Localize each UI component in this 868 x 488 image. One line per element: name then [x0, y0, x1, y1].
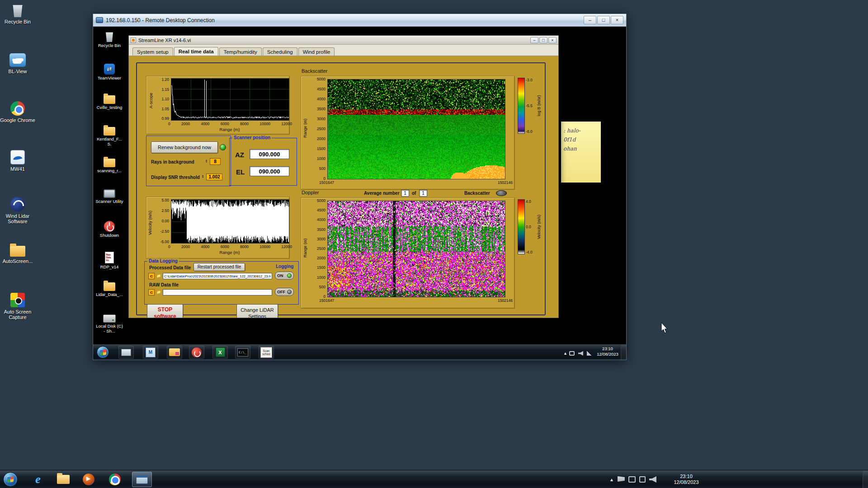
sticky-note[interactable]: : halo- 0f1d ohan: [561, 122, 601, 183]
restart-processed-file-button[interactable]: Restart processed file: [193, 263, 245, 271]
inner-icon-rdp-v14[interactable]: Raw Data loc RDP_v14: [95, 252, 123, 269]
network-icon[interactable]: [587, 351, 592, 356]
inner-taskbar-scan-sched[interactable]: Scan sched: [259, 346, 274, 359]
lv-minimize-button[interactable]: –: [530, 37, 538, 43]
change-lidar-settings-button[interactable]: Change LiDAR Settings: [236, 304, 278, 318]
wind-lidar-icon: [10, 197, 25, 211]
inner-taskbar-explorer[interactable]: [118, 346, 134, 359]
desktop-icon-autoscreen[interactable]: AutoScreen...: [0, 242, 37, 264]
start-button[interactable]: [3, 472, 18, 487]
raw-path-input[interactable]: [163, 289, 272, 296]
tab-system-setup[interactable]: System setup: [132, 47, 173, 56]
inner-taskbar-mw41[interactable]: M: [143, 346, 158, 359]
doppler-colorbar-ticks: 4.00.0-4.0: [526, 199, 537, 254]
taskbar-explorer[interactable]: [55, 472, 71, 487]
taskbar-chrome[interactable]: [107, 472, 123, 487]
rdp-maximize-button[interactable]: □: [597, 16, 610, 24]
rdp-close-button[interactable]: ×: [611, 16, 623, 24]
average-number-field[interactable]: 1: [401, 190, 409, 197]
tray-chevron-icon[interactable]: ▲: [609, 477, 614, 482]
labview-title-bar[interactable]: StreamLine XR v14-6.vi – □ ×: [129, 36, 558, 45]
desktop-icon-google-chrome[interactable]: Google Chrome: [0, 101, 37, 123]
teamviewer-icon: ⇄: [104, 64, 115, 75]
background-controls-group: Renew background now Rays in background …: [146, 136, 231, 186]
processed-path-input[interactable]: [163, 273, 272, 279]
display-icon[interactable]: [639, 476, 646, 483]
snr-value-field[interactable]: 1.002: [206, 174, 222, 180]
of-value-field[interactable]: 1: [419, 190, 427, 197]
lv-maximize-button[interactable]: □: [539, 37, 547, 43]
tab-scheduling[interactable]: Scheduling: [263, 47, 297, 56]
shutdown-icon: [192, 347, 202, 357]
desktop-icon-wind-lidar[interactable]: Wind Lidar Software: [0, 197, 37, 224]
tick-label: 2.50: [161, 208, 169, 213]
cloud-app-icon: [9, 53, 26, 67]
logging-off-toggle[interactable]: OFF: [275, 288, 294, 296]
stop-software-button[interactable]: STOP software: [147, 304, 183, 318]
el-value-field[interactable]: 090.000: [250, 166, 289, 176]
monitor-icon[interactable]: [569, 351, 575, 356]
clock[interactable]: 23:10 12/08/2023: [672, 474, 701, 485]
rays-spinner[interactable]: ▲▼: [204, 159, 208, 163]
inner-icon-cville-testing[interactable]: Cville_testing: [95, 95, 123, 110]
volume-icon[interactable]: [649, 476, 656, 483]
az-value-field[interactable]: 090.000: [250, 149, 289, 159]
tab-wind-profile[interactable]: Wind profile: [298, 47, 335, 56]
backscatter-toggle[interactable]: [496, 190, 507, 196]
browse-folder-icon[interactable]: 📁: [156, 290, 161, 294]
inner-clock[interactable]: 23:10 12/08/2023: [594, 346, 621, 357]
inner-icon-lidar-data[interactable]: Lidar_Data_...: [95, 282, 123, 297]
scan-line1: Scan: [261, 349, 272, 352]
inner-taskbar-excel[interactable]: X: [212, 346, 228, 359]
taskbar-internet-explorer[interactable]: e: [30, 472, 46, 487]
action-center-flag-icon[interactable]: [618, 476, 625, 483]
inner-taskbar-folder[interactable]: [167, 346, 182, 359]
labview-window: StreamLine XR v14-6.vi – □ × System setu…: [128, 35, 559, 318]
desktop-icon-mw41[interactable]: MW41: [0, 150, 37, 172]
icon-label: Lidar_Data_...: [95, 292, 123, 297]
note-line: : halo-: [563, 126, 599, 135]
drive-letter-box[interactable]: C: [148, 289, 155, 296]
inner-icon-recycle-bin[interactable]: Recycle Bin: [95, 31, 123, 48]
tick-label: 1.10: [161, 97, 169, 101]
tab-real-time-data[interactable]: Real time data: [174, 47, 218, 56]
taskbar-rdp-active[interactable]: [132, 472, 152, 487]
inner-start-button[interactable]: [97, 346, 109, 358]
snr-spinner[interactable]: ▲▼: [201, 174, 205, 178]
inner-show-desktop-button[interactable]: [621, 344, 626, 360]
inner-taskbar-cmd[interactable]: C:\_: [235, 346, 250, 359]
data-logging-title: Data Logging: [147, 258, 179, 263]
renew-background-button[interactable]: Renew background now: [151, 141, 218, 153]
inner-icon-kentland[interactable]: Kentland_F... S.: [95, 127, 123, 146]
tick-label: 2000: [181, 244, 190, 249]
rdp-minimize-button[interactable]: –: [584, 16, 596, 24]
scan-line2: sched: [261, 352, 272, 356]
volume-icon[interactable]: [578, 351, 583, 356]
desktop-icon-bl-view[interactable]: BL-View: [0, 53, 37, 74]
inner-taskbar-shutdown[interactable]: [189, 346, 204, 359]
browse-folder-icon[interactable]: 📁: [156, 274, 161, 278]
show-desktop-button[interactable]: [863, 470, 868, 488]
inner-icon-local-disk[interactable]: Local Disk (C) - Sh...: [95, 314, 123, 333]
desktop-icon-recycle-bin[interactable]: Recycle Bin: [0, 4, 37, 24]
ascope-yticks: 1.201.151.101.050.99: [156, 77, 169, 121]
logging-on-toggle[interactable]: ON: [275, 272, 294, 280]
inner-icon-scanning[interactable]: scanning_r...: [95, 159, 123, 173]
tab-temp-humidity[interactable]: Temp/humidity: [219, 47, 262, 56]
desktop-icon-auto-screen-capture[interactable]: Auto Screen Capture: [0, 293, 37, 320]
doppler-colorbar: [518, 199, 525, 254]
rdp-title-bar[interactable]: 192.168.0.150 - Remote Desktop Connectio…: [93, 14, 626, 27]
inner-icon-scanner-utility[interactable]: Scanner Utility: [95, 189, 123, 204]
drive-letter-box[interactable]: C: [148, 273, 155, 279]
tick-label: 4.0: [526, 199, 531, 204]
shutdown-icon: [104, 221, 115, 232]
inner-icon-shutdown[interactable]: Shutdown: [95, 221, 123, 238]
tick-label: 1500: [317, 146, 326, 151]
icon-label: Kentland_F... S.: [95, 136, 123, 146]
taskbar-media-player[interactable]: [80, 472, 97, 487]
monitor-icon[interactable]: [628, 476, 636, 483]
tray-chevron-icon[interactable]: ▲: [563, 351, 567, 356]
inner-icon-teamviewer[interactable]: ⇄ TeamViewer: [95, 64, 123, 80]
rays-value-field[interactable]: 8: [210, 158, 221, 165]
lv-close-button[interactable]: ×: [548, 37, 557, 43]
